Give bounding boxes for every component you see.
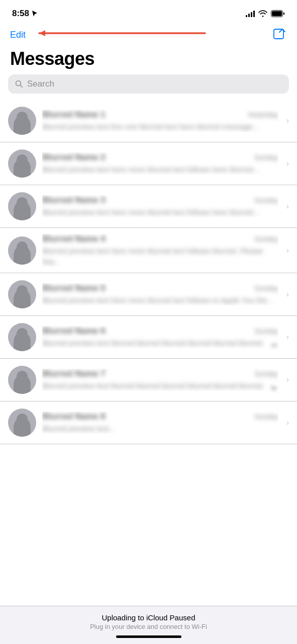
svg-rect-1 [272,11,282,16]
conversation-item[interactable]: Blurred Name 1YesterdayBlurred preview t… [0,100,297,142]
icloud-status-title: Uploading to iCloud Paused [8,613,289,622]
contact-name: Blurred Name 4 [42,234,250,244]
truncated-text: le [271,383,277,392]
conversation-preview: Blurred preview text here more blurred t… [42,295,278,305]
conversation-item[interactable]: Blurred Name 8SundayBlurred preview text… [0,401,297,444]
conversation-item[interactable]: Blurred Name 6SundayBlurred preview text… [0,316,297,359]
compose-icon [273,28,286,41]
conversation-content: Blurred Name 2SundayBlurred preview text… [42,152,278,175]
conversation-preview: Blurred preview text... [42,423,278,434]
search-bar[interactable]: Search [8,74,289,94]
chevron-right-icon: › [286,375,289,384]
battery-icon [271,10,285,17]
status-icons [246,10,285,17]
conversation-item[interactable]: Blurred Name 3SundayBlurred preview text… [0,185,297,228]
search-icon [15,80,23,88]
chevron-right-icon: › [286,246,289,255]
avatar [8,149,36,178]
svg-marker-3 [39,30,45,36]
conversation-time: Sunday [254,284,278,292]
search-placeholder: Search [27,79,54,89]
avatar [8,280,36,308]
status-bar: 8:58 [0,0,297,25]
icloud-status-subtitle: Plug in your device and connect to Wi-Fi [8,623,289,630]
contact-name: Blurred Name 1 [42,110,243,120]
conversation-content: Blurred Name 4SundayBlurred preview text… [42,234,278,267]
conversation-content: Blurred Name 6SundayBlurred preview text… [42,326,278,348]
contact-name: Blurred Name 2 [42,152,250,163]
conversation-header: Blurred Name 8Sunday [42,412,278,422]
contact-name: Blurred Name 7 [42,369,250,379]
search-container: Search [0,74,297,100]
time-display: 8:58 [12,9,29,19]
conversation-item[interactable]: Blurred Name 4SundayBlurred preview text… [0,228,297,273]
contact-name: Blurred Name 5 [42,283,250,293]
conversation-item[interactable]: Blurred Name 2SundayBlurred preview text… [0,142,297,185]
conversation-time: Sunday [254,153,278,162]
location-arrow-icon [32,10,38,17]
conversation-preview: Blurred preview text blurred blurred blu… [42,338,278,348]
conversation-time: Sunday [254,196,278,204]
conversation-time: Sunday [254,327,278,335]
avatar [8,107,36,135]
chevron-right-icon: › [286,290,289,299]
contact-name: Blurred Name 6 [42,326,250,336]
bottom-bar: Uploading to iCloud Paused Plug in your … [0,606,297,644]
chevron-right-icon: › [286,418,289,427]
chevron-right-icon: › [286,116,289,125]
contact-name: Blurred Name 3 [42,195,250,205]
conversation-content: Blurred Name 3SundayBlurred preview text… [42,195,278,217]
edit-button[interactable]: Edit [10,30,26,40]
conversation-header: Blurred Name 7Sunday [42,369,278,379]
conversation-content: Blurred Name 7SundayBlurred preview text… [42,369,278,391]
avatar [8,409,36,437]
annotation-arrow [34,28,210,38]
conversation-header: Blurred Name 2Sunday [42,152,278,163]
page-title: Messages [0,46,297,74]
conversation-time: Yesterday [247,111,278,119]
conversation-preview: Blurred preview text here more blurred t… [42,164,278,175]
conversation-content: Blurred Name 1YesterdayBlurred preview t… [42,110,278,132]
home-indicator [116,635,181,638]
conversation-content: Blurred Name 8SundayBlurred preview text… [42,412,278,434]
avatar [8,236,36,265]
status-time: 8:58 [12,9,38,19]
conversation-preview: Blurred preview text line one blurred te… [42,121,278,132]
conversation-time: Sunday [254,235,278,243]
signal-bars [246,10,255,17]
conversation-header: Blurred Name 5Sunday [42,283,278,293]
conversation-preview: Blurred preview text here more blurred t… [42,246,278,267]
contact-name: Blurred Name 8 [42,412,250,422]
conversation-preview: Blurred preview text blurred blurred blu… [42,380,278,391]
conversation-item[interactable]: Blurred Name 5SundayBlurred preview text… [0,273,297,316]
chevron-right-icon: › [286,159,289,168]
conversation-time: Sunday [254,413,278,421]
conversation-time: Sunday [254,370,278,378]
conversation-header: Blurred Name 3Sunday [42,195,278,205]
conversation-header: Blurred Name 4Sunday [42,234,278,244]
wifi-icon [258,10,267,17]
avatar [8,366,36,394]
chevron-right-icon: › [286,333,289,342]
conversation-list: Blurred Name 1YesterdayBlurred preview t… [0,100,297,444]
conversation-header: Blurred Name 1Yesterday [42,110,278,120]
nav-bar: Edit [0,25,297,46]
conversation-item[interactable]: Blurred Name 7SundayBlurred preview text… [0,359,297,401]
svg-rect-4 [274,29,283,39]
svg-line-6 [21,86,23,88]
conversation-content: Blurred Name 5SundayBlurred preview text… [42,283,278,305]
avatar [8,323,36,351]
conversation-header: Blurred Name 6Sunday [42,326,278,336]
conversation-preview: Blurred preview text here more blurred t… [42,207,278,217]
compose-button[interactable] [272,27,287,42]
truncated-text: ni [271,341,277,349]
chevron-right-icon: › [286,202,289,211]
avatar [8,192,36,220]
